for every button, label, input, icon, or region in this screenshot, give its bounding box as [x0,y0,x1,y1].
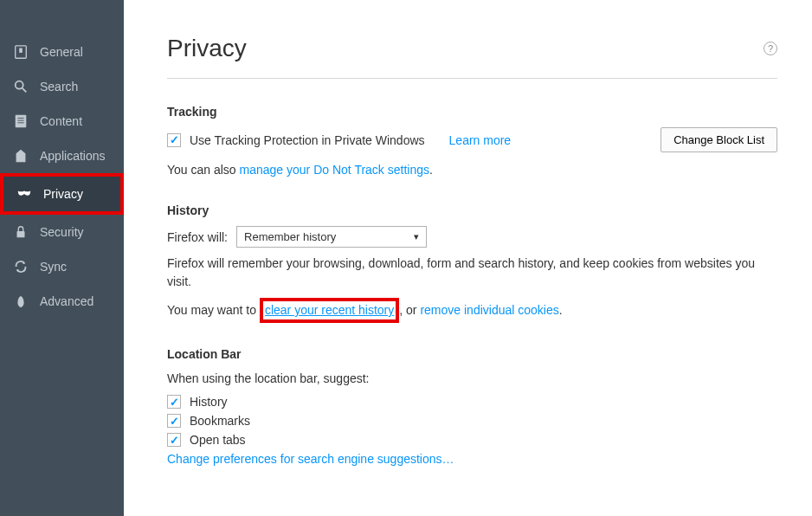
history-links-para: You may want to clear your recent histor… [167,298,777,323]
suggest-open-tabs-label: Open tabs [190,433,246,447]
change-block-list-button[interactable]: Change Block List [661,127,777,152]
svg-rect-8 [17,231,25,237]
suggest-bookmarks-checkbox[interactable] [167,414,181,428]
privacy-mask-icon [16,185,33,203]
tracking-title: Tracking [167,105,777,119]
learn-more-link[interactable]: Learn more [449,133,512,147]
sidebar-item-privacy[interactable]: Privacy [3,177,120,211]
page-title: Privacy [167,35,247,62]
sidebar-item-label: Security [40,225,84,239]
history-mode-select[interactable]: Remember history [236,226,427,248]
sidebar-item-label: Content [40,114,82,128]
page-header: Privacy ? [167,35,777,79]
history-remember-text: Firefox will remember your browsing, dow… [167,255,777,291]
general-icon [12,43,29,61]
lock-icon [12,223,29,241]
tracking-protection-label: Use Tracking Protection in Private Windo… [190,133,425,147]
search-icon [12,78,29,95]
dnt-text: You can also manage your Do Not Track se… [167,161,777,179]
sidebar-item-advanced[interactable]: Advanced [0,284,124,319]
sidebar-item-search[interactable]: Search [0,69,124,104]
suggest-open-tabs-checkbox[interactable] [167,433,181,447]
tracking-protection-checkbox[interactable] [167,133,181,147]
sidebar-item-label: Applications [40,149,106,163]
sidebar-item-label: Search [40,80,78,94]
location-bar-suggest-text: When using the location bar, suggest: [167,370,777,388]
history-suffix: . [559,303,563,317]
highlight-clear-history: clear your recent history [260,298,399,323]
location-bar-title: Location Bar [167,347,777,361]
clear-history-link[interactable]: clear your recent history [265,303,394,317]
content-icon [12,113,29,130]
applications-icon [12,147,29,164]
sidebar-item-label: Privacy [43,187,83,201]
suggest-history-checkbox[interactable] [167,395,181,409]
between-text: , or [399,303,420,317]
sidebar-item-label: Advanced [40,294,93,308]
sidebar-item-general[interactable]: General [0,35,124,69]
may-want-prefix: You may want to [167,303,260,317]
dnt-suffix: . [429,163,433,177]
suggest-bookmarks-label: Bookmarks [190,414,250,428]
svg-rect-4 [16,115,27,127]
highlight-privacy: Privacy [0,173,124,215]
history-title: History [167,203,777,217]
history-mode-value: Remember history [244,230,336,243]
svg-line-3 [23,88,27,93]
remove-cookies-link[interactable]: remove individual cookies [420,303,558,317]
sidebar-item-content[interactable]: Content [0,104,124,139]
sidebar: General Search Content Applications Priv… [0,0,124,516]
help-icon[interactable]: ? [764,42,777,55]
history-section: History Firefox will: Remember history F… [167,203,777,323]
suggest-history-label: History [190,395,228,409]
svg-point-2 [16,81,23,89]
svg-rect-1 [19,48,23,53]
sidebar-item-applications[interactable]: Applications [0,139,124,173]
change-search-suggestions-link[interactable]: Change preferences for search engine sug… [167,452,454,466]
tracking-section: Tracking Use Tracking Protection in Priv… [167,105,777,179]
dnt-prefix: You can also [167,163,240,177]
sidebar-item-label: Sync [40,260,67,274]
sidebar-item-security[interactable]: Security [0,215,124,249]
advanced-icon [12,293,29,310]
sidebar-item-sync[interactable]: Sync [0,249,124,284]
manage-dnt-link[interactable]: manage your Do Not Track settings [240,163,429,177]
main-content: Privacy ? Tracking Use Tracking Protecti… [124,0,812,516]
sidebar-item-label: General [40,45,83,59]
sync-icon [12,258,29,275]
firefox-will-label: Firefox will: [167,230,228,244]
location-bar-section: Location Bar When using the location bar… [167,347,777,466]
